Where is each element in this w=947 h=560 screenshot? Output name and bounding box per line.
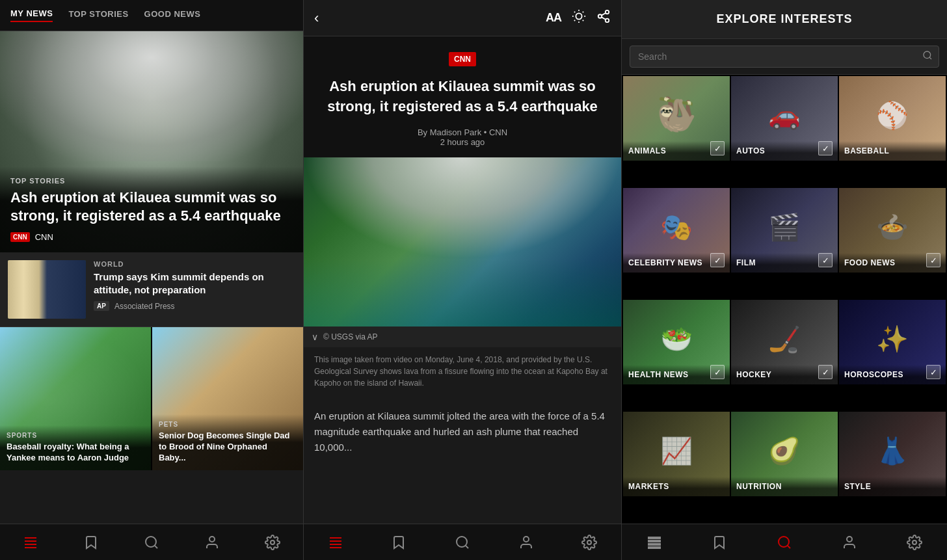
font-size-button[interactable]: AA xyxy=(546,11,561,25)
svg-rect-33 xyxy=(648,540,660,542)
search-input[interactable] xyxy=(630,46,939,68)
svg-rect-23 xyxy=(330,540,341,542)
svg-point-38 xyxy=(847,537,852,542)
grid-category-1: PETS xyxy=(159,421,297,428)
interest-label-film: FILM xyxy=(736,258,756,267)
smoke-effect xyxy=(0,31,303,161)
svg-line-15 xyxy=(574,20,575,21)
interest-check-hockey[interactable]: ✓ xyxy=(818,365,833,379)
grid-item-1[interactable]: PETS Senior Dog Becomes Single Dad to Br… xyxy=(152,327,303,470)
explore-search-section xyxy=(622,39,947,75)
interest-item-celebrity[interactable]: CELEBRITY NEWS ✓ xyxy=(623,188,730,273)
middle-nav-user[interactable] xyxy=(518,535,534,550)
article-caption-bar[interactable]: ∨ © USGS via AP xyxy=(304,327,621,347)
interest-check-animals[interactable]: ✓ xyxy=(710,141,725,155)
svg-rect-25 xyxy=(330,547,341,548)
interest-overlay-baseball: BASEBALL xyxy=(839,141,946,161)
article-title: Ash eruption at Kilauea summit was so st… xyxy=(319,77,606,117)
search-icon xyxy=(922,50,933,63)
left-bottom-nav xyxy=(0,524,303,560)
left-nav-settings[interactable] xyxy=(265,535,280,550)
grid-item-0[interactable]: SPORTS Baseball royalty: What being a Ya… xyxy=(0,327,151,470)
interest-item-style[interactable]: STYLE xyxy=(839,412,946,496)
right-nav-feed[interactable] xyxy=(647,535,662,550)
interest-item-baseball[interactable]: BASEBALL xyxy=(839,76,946,161)
hero-title: Ash eruption at Kilauea summit was so st… xyxy=(10,189,293,226)
left-nav-search[interactable] xyxy=(144,535,159,550)
caption-short: © USGS via AP xyxy=(323,332,378,341)
svg-rect-3 xyxy=(25,547,36,548)
svg-line-11 xyxy=(574,12,575,12)
right-nav-settings[interactable] xyxy=(907,535,922,550)
interest-label-horoscopes: HOROSCOPES xyxy=(844,370,903,379)
right-nav-search[interactable] xyxy=(777,535,792,550)
svg-point-17 xyxy=(606,10,609,14)
svg-line-37 xyxy=(788,545,790,548)
back-button[interactable]: ‹ xyxy=(314,10,319,27)
trump-thumbnail-bg xyxy=(8,260,86,319)
left-panel: MY NEWS TOP STORIES GOOD NEWS TOP STORIE… xyxy=(0,0,303,560)
middle-nav-settings[interactable] xyxy=(581,535,597,550)
tab-my-news[interactable]: MY NEWS xyxy=(10,8,53,22)
interest-item-markets[interactable]: MARKETS xyxy=(623,412,730,496)
interest-item-nutrition[interactable]: NUTRITION xyxy=(731,412,838,496)
share-button[interactable] xyxy=(596,9,611,27)
middle-nav-bookmarks[interactable] xyxy=(391,535,407,550)
interest-check-food[interactable]: ✓ xyxy=(926,253,940,267)
middle-nav-feed[interactable] xyxy=(328,535,343,550)
interest-check-health[interactable]: ✓ xyxy=(710,365,725,379)
svg-line-27 xyxy=(466,545,468,548)
svg-point-8 xyxy=(576,13,581,19)
interest-item-autos[interactable]: AUTOS ✓ xyxy=(731,76,838,161)
hero-story[interactable]: TOP STORIES Ash eruption at Kilauea summ… xyxy=(0,31,303,252)
grid-category-0: SPORTS xyxy=(7,432,144,439)
svg-point-28 xyxy=(524,537,529,542)
left-nav-user[interactable] xyxy=(204,535,220,550)
middle-nav-search[interactable] xyxy=(455,535,470,550)
svg-point-7 xyxy=(271,540,274,544)
interest-label-autos: AUTOS xyxy=(736,146,765,155)
article-byline: By Madison Park • CNN 2 hours ago xyxy=(319,127,606,147)
interest-check-autos[interactable]: ✓ xyxy=(818,141,833,155)
interest-check-horoscopes[interactable]: ✓ xyxy=(926,365,940,379)
interest-item-health[interactable]: HEALTH NEWS ✓ xyxy=(623,300,730,384)
hero-category: TOP STORIES xyxy=(10,177,293,185)
middle-panel: ‹ AA CNN Ash eruption at Kilauea summit … xyxy=(303,0,622,560)
interest-label-hockey: HOCKEY xyxy=(736,370,771,379)
article-caption-full: This image taken from video on Monday, J… xyxy=(304,347,621,395)
svg-line-16 xyxy=(583,12,583,12)
article-cnn-badge: CNN xyxy=(449,52,476,66)
svg-rect-0 xyxy=(25,537,36,539)
article-header: CNN Ash eruption at Kilauea summit was s… xyxy=(304,36,621,157)
grid-stories: SPORTS Baseball royalty: What being a Ya… xyxy=(0,327,303,470)
top-navigation: MY NEWS TOP STORIES GOOD NEWS xyxy=(0,0,303,31)
interest-item-horoscopes[interactable]: HOROSCOPES ✓ xyxy=(839,300,946,384)
svg-line-12 xyxy=(583,20,583,21)
interest-item-hockey[interactable]: HOCKEY ✓ xyxy=(731,300,838,384)
interest-label-health: HEALTH NEWS xyxy=(628,370,689,379)
right-nav-bookmarks[interactable] xyxy=(712,535,727,550)
interests-grid: ANIMALS ✓ AUTOS ✓ BASEBALL CELEBRITY NEW… xyxy=(622,75,947,524)
secondary-story[interactable]: WORLD Trump says Kim summit depends on a… xyxy=(0,252,303,327)
grid-title-1: Senior Dog Becomes Single Dad to Brood o… xyxy=(159,431,297,464)
right-bottom-nav xyxy=(622,524,947,560)
brightness-button[interactable] xyxy=(572,9,586,27)
interest-check-film[interactable]: ✓ xyxy=(818,253,833,267)
interest-label-style: STYLE xyxy=(844,482,871,491)
svg-point-36 xyxy=(779,537,789,547)
left-nav-feed[interactable] xyxy=(23,535,38,550)
svg-point-18 xyxy=(598,14,602,18)
right-nav-user[interactable] xyxy=(842,535,857,550)
interest-item-food[interactable]: FOOD NEWS ✓ xyxy=(839,188,946,273)
tab-good-news[interactable]: GOOD NEWS xyxy=(144,9,201,21)
search-wrapper xyxy=(630,46,939,68)
svg-line-21 xyxy=(602,13,606,16)
interest-item-animals[interactable]: ANIMALS ✓ xyxy=(623,76,730,161)
tab-top-stories[interactable]: TOP STORIES xyxy=(68,9,128,21)
hero-cnn-badge: CNN xyxy=(10,232,30,242)
interest-item-film[interactable]: FILM ✓ xyxy=(731,188,838,273)
left-nav-bookmarks[interactable] xyxy=(83,535,99,550)
svg-point-6 xyxy=(209,537,215,542)
article-hero-image xyxy=(304,157,621,327)
interest-check-celebrity[interactable]: ✓ xyxy=(710,253,725,267)
